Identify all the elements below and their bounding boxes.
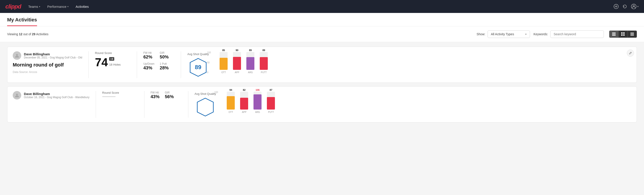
nav-teams-label: Teams bbox=[28, 5, 38, 8]
bar-arg-2: 106 ARG bbox=[254, 88, 262, 113]
stat-col-right: GIR 50% 1 Putt 28% bbox=[160, 51, 169, 73]
y-label-0: 0 bbox=[207, 71, 211, 74]
svg-point-4 bbox=[633, 5, 635, 7]
stat-col-left-2: FW Hit 43% bbox=[150, 91, 160, 102]
bar-putt-2: 87 PUTT bbox=[267, 88, 275, 113]
view-grid-button[interactable] bbox=[618, 31, 628, 38]
svg-rect-6 bbox=[612, 34, 616, 34]
page-title: My Activities bbox=[7, 13, 37, 26]
teams-chevron-icon: ▾ bbox=[39, 5, 40, 8]
svg-point-16 bbox=[16, 54, 18, 56]
divider-2b bbox=[144, 91, 144, 118]
activity-type-value: All Activity Types bbox=[491, 32, 514, 36]
activity-type-dropdown[interactable]: All Activity Types ▾ bbox=[488, 30, 530, 38]
nav-activities[interactable]: Activities bbox=[76, 5, 89, 8]
show-label: Show: bbox=[477, 32, 485, 36]
app-bar-wrapper bbox=[233, 52, 241, 70]
user-info: Dave Billingham December 05, 2021 - Gog … bbox=[13, 51, 82, 60]
hexagon-container: 89 bbox=[187, 58, 209, 77]
putt-label-2: PUTT bbox=[268, 111, 274, 113]
view-toggle bbox=[609, 30, 637, 38]
svg-rect-7 bbox=[612, 35, 616, 36]
gir-stat-2: GIR 56% bbox=[165, 91, 174, 99]
quality-label-2: Avg Shot Quality bbox=[194, 92, 216, 96]
logo: clippd bbox=[5, 3, 21, 10]
nav-performance-label: Performance bbox=[47, 5, 66, 8]
hexagon-2 bbox=[196, 97, 214, 117]
putt-bar-wrapper bbox=[260, 52, 268, 70]
bar-app-2: 82 APP bbox=[240, 88, 248, 113]
arg-bar-fill bbox=[246, 57, 254, 70]
nav-performance[interactable]: Performance ▾ bbox=[47, 5, 68, 8]
refresh-button[interactable] bbox=[622, 4, 627, 9]
fw-hit-stat-2: FW Hit 43% bbox=[150, 91, 160, 99]
user-meta-2: Dave Billingham October 16, 2021 - Gog M… bbox=[24, 92, 90, 99]
arg-value: 89 bbox=[249, 49, 252, 52]
add-button[interactable] bbox=[614, 4, 618, 9]
score-section-2: Round Score bbox=[102, 91, 138, 97]
activity-info-2: Dave Billingham October 16, 2021 - Gog M… bbox=[13, 91, 90, 102]
view-compact-button[interactable] bbox=[628, 31, 637, 38]
navbar: clippd Teams ▾ Performance ▾ Activities bbox=[0, 0, 644, 13]
chart-outer-2: 100 94 OTT 82 bbox=[220, 91, 275, 118]
y-label-100-2: 100 bbox=[214, 91, 218, 94]
ott-label: OTT bbox=[221, 71, 226, 74]
putt-bar-wrapper-2 bbox=[267, 92, 275, 110]
y-label-50: 50 bbox=[207, 61, 211, 64]
arg-label: ARG bbox=[248, 71, 253, 74]
svg-line-18 bbox=[630, 52, 631, 53]
viewing-middle: out of bbox=[22, 32, 32, 36]
activity-title: Morning round of golf bbox=[13, 62, 82, 68]
round-score-value: 74 bbox=[95, 56, 108, 68]
stat-col-right-2: GIR 56% bbox=[165, 91, 174, 102]
bar-ott: 85 OTT bbox=[220, 49, 228, 74]
ott-bar-fill bbox=[220, 58, 228, 70]
stats-section-2: FW Hit 43% GIR 56% bbox=[150, 91, 182, 102]
quality-section-2: Avg Shot Quality 100 94 bbox=[194, 91, 631, 118]
avatar bbox=[13, 51, 21, 60]
performance-chevron-icon: ▾ bbox=[68, 5, 68, 8]
keywords-label: Keywords: bbox=[534, 32, 548, 36]
view-list-button[interactable] bbox=[610, 31, 618, 38]
ott-bar-fill-2 bbox=[227, 96, 235, 110]
app-value: 90 bbox=[236, 49, 238, 52]
svg-rect-9 bbox=[623, 32, 624, 34]
stats-section: FW Hit 62% Up/Down 43% GIR 50% 1 Putt 28… bbox=[143, 51, 174, 73]
divider2 bbox=[137, 51, 137, 78]
user-name-2: Dave Billingham bbox=[24, 92, 90, 96]
bar-putt: 89 PUTT bbox=[260, 49, 268, 74]
stat-col-left: FW Hit 62% Up/Down 43% bbox=[143, 51, 154, 73]
fw-hit-value-2: 43% bbox=[150, 94, 160, 99]
putt-bar-fill-2 bbox=[267, 97, 275, 110]
hexagon: 89 bbox=[189, 58, 207, 77]
activity-card: Dave Billingham December 05, 2021 - Gog … bbox=[7, 47, 637, 83]
arg-label-2: ARG bbox=[255, 111, 260, 113]
svg-rect-13 bbox=[630, 34, 634, 34]
nav-teams[interactable]: Teams ▾ bbox=[28, 5, 40, 8]
svg-rect-8 bbox=[621, 32, 622, 34]
user-menu-button[interactable]: ▾ bbox=[631, 4, 639, 9]
oneputt-stat: 1 Putt 28% bbox=[160, 62, 169, 70]
putt-value: 89 bbox=[262, 49, 265, 52]
activity-info: Dave Billingham December 05, 2021 - Gog … bbox=[13, 51, 82, 74]
search-input[interactable] bbox=[550, 30, 604, 38]
quality-left-2: Avg Shot Quality bbox=[194, 92, 216, 117]
chart-y-labels-2: 100 bbox=[214, 91, 218, 113]
filter-show: Show: All Activity Types ▾ bbox=[477, 30, 530, 38]
bar-arg: 89 ARG bbox=[246, 49, 254, 74]
divider-2c bbox=[188, 91, 188, 118]
viewing-total: 29 bbox=[32, 32, 36, 36]
ott-value-2: 94 bbox=[230, 88, 232, 91]
viewing-prefix: Viewing bbox=[7, 32, 19, 36]
oneputt-value: 28% bbox=[160, 65, 169, 70]
putt-bar-fill bbox=[260, 57, 268, 70]
quality-label: Avg Shot Quality bbox=[187, 52, 209, 56]
updown-stat: Up/Down 43% bbox=[143, 62, 154, 70]
nav-activities-label: Activities bbox=[76, 5, 89, 8]
ott-value: 85 bbox=[222, 49, 225, 52]
fw-hit-stat: FW Hit 62% bbox=[143, 51, 154, 60]
activity-type-chevron-icon: ▾ bbox=[525, 33, 527, 36]
hexagon-container-2 bbox=[194, 97, 216, 117]
edit-button[interactable] bbox=[627, 50, 634, 57]
viewing-text: Viewing 12 out of 29 Activities bbox=[7, 32, 473, 36]
